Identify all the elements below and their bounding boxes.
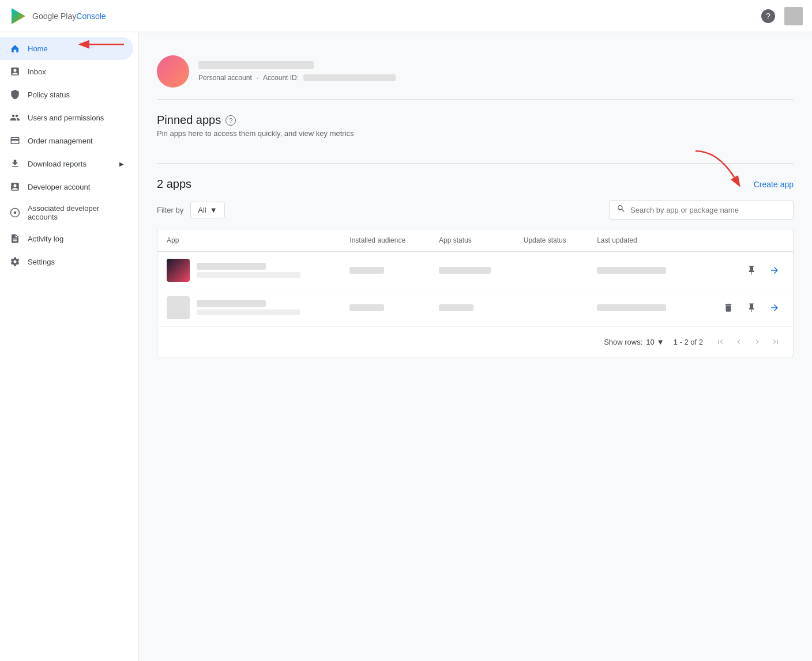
row1-pin-button[interactable]	[742, 261, 761, 279]
row2-app-pkg-blurred	[197, 309, 300, 315]
download-icon	[9, 158, 21, 169]
row2-app-info	[167, 296, 331, 319]
sidebar-item-inbox[interactable]: Inbox	[0, 60, 133, 83]
apps-header: 2 apps Create app	[157, 177, 794, 191]
col-actions	[693, 229, 793, 252]
table-body	[157, 252, 793, 327]
create-app-button[interactable]: Create app	[754, 180, 794, 189]
search-box[interactable]	[609, 200, 794, 220]
logo-area: Google PlayConsole	[9, 7, 106, 25]
sidebar-item-policy-status[interactable]: Policy status	[0, 83, 133, 106]
user-avatar[interactable]	[784, 7, 803, 25]
prev-page-button[interactable]	[731, 334, 747, 350]
last-page-button[interactable]	[768, 334, 784, 350]
search-icon	[616, 204, 626, 216]
filter-value: All	[198, 206, 206, 214]
row1-app-name-blurred	[197, 263, 266, 270]
profile-info: Personal account · Account ID:	[198, 61, 396, 82]
sidebar-item-policy-label: Policy status	[28, 90, 70, 99]
row2-action-icons	[702, 299, 784, 317]
pinned-apps-subtitle: Pin apps here to access them quickly, an…	[157, 129, 794, 138]
filter-left: Filter by All ▼	[157, 202, 225, 218]
row2-last-updated	[588, 289, 693, 327]
filter-row: Filter by All ▼	[157, 200, 794, 220]
main-content: Personal account · Account ID: Pinned ap…	[138, 32, 812, 661]
top-bar: Google PlayConsole ?	[0, 0, 812, 32]
rows-per-page-select[interactable]: 10 ▼	[646, 338, 664, 346]
sidebar-item-users-label: Users and permissions	[28, 114, 104, 122]
table-row	[157, 252, 793, 289]
page-nav	[712, 334, 784, 350]
sidebar-item-activity-label: Activity log	[28, 235, 63, 243]
row2-app-status	[430, 289, 514, 327]
sidebar-item-home[interactable]: Home	[0, 37, 133, 60]
next-page-button[interactable]	[749, 334, 765, 350]
row1-app-details	[197, 263, 300, 278]
sidebar-item-order-management[interactable]: Order management	[0, 129, 133, 152]
policy-icon	[9, 89, 21, 100]
row1-installed-audience	[340, 252, 430, 289]
apps-table: App Installed audience App status Update…	[157, 229, 793, 327]
profile-sub: Personal account · Account ID:	[198, 74, 396, 82]
associated-icon	[9, 207, 21, 218]
sidebar-item-download-reports[interactable]: Download reports ▶	[0, 152, 133, 175]
pinned-apps-info-icon[interactable]: ?	[225, 115, 236, 126]
col-update-status: Update status	[514, 229, 588, 252]
row1-last-updated	[588, 252, 693, 289]
row1-status-blurred	[439, 267, 491, 274]
sidebar-item-developer-account[interactable]: Developer account	[0, 175, 133, 198]
row1-update-status	[514, 252, 588, 289]
table-row	[157, 289, 793, 327]
row2-navigate-button[interactable]	[765, 299, 784, 317]
apps-header-wrapper: 2 apps Create app	[157, 177, 794, 191]
row1-navigate-button[interactable]	[765, 261, 784, 279]
pagination-row: Show rows: 10 ▼ 1 - 2 of 2	[157, 327, 793, 357]
svg-marker-0	[12, 8, 25, 24]
row2-update-status	[514, 289, 588, 327]
sidebar-home-wrapper: Home	[0, 37, 138, 60]
filter-chevron-icon: ▼	[210, 206, 217, 214]
show-rows-label: Show rows:	[604, 338, 642, 346]
row1-app-status	[430, 252, 514, 289]
sidebar-item-order-label: Order management	[28, 137, 93, 145]
account-type: Personal account	[198, 74, 252, 82]
activity-icon	[9, 233, 21, 244]
row2-pin-button[interactable]	[742, 299, 761, 317]
row2-app-details	[197, 300, 300, 315]
logo-label: Google PlayConsole	[32, 12, 106, 21]
row2-delete-button[interactable]	[719, 299, 738, 317]
row1-updated-blurred	[597, 267, 666, 274]
sidebar-item-associated-developer[interactable]: Associated developer accounts	[0, 198, 133, 227]
row2-installed-audience	[340, 289, 430, 327]
row2-app-thumb	[167, 296, 190, 319]
row1-actions	[693, 252, 793, 289]
row1-app-thumb	[167, 259, 190, 282]
help-icon[interactable]: ?	[761, 9, 775, 23]
col-last-updated: Last updated	[588, 229, 693, 252]
profile-name-blurred	[198, 61, 314, 69]
sidebar: Home Inbox Policy status	[0, 32, 138, 661]
sidebar-item-settings[interactable]: Settings	[0, 250, 133, 273]
sidebar-item-users-permissions[interactable]: Users and permissions	[0, 106, 133, 129]
filter-select[interactable]: All ▼	[190, 202, 224, 218]
row2-actions	[693, 289, 793, 327]
sidebar-item-activity-log[interactable]: Activity log	[0, 227, 133, 250]
search-input[interactable]	[630, 206, 786, 214]
rows-per-page-value: 10	[646, 338, 654, 346]
sidebar-item-settings-label: Settings	[28, 258, 55, 266]
developer-account-icon	[9, 181, 21, 192]
filter-label: Filter by	[157, 206, 183, 214]
row1-app-cell	[157, 252, 340, 289]
users-icon	[9, 112, 21, 123]
row2-audience-blurred	[349, 304, 384, 311]
first-page-button[interactable]	[712, 334, 728, 350]
sidebar-item-developer-label: Developer account	[28, 183, 90, 191]
col-app: App	[157, 229, 340, 252]
layout: Home Inbox Policy status	[0, 32, 812, 661]
apps-count: 2 apps	[157, 177, 191, 191]
show-rows: Show rows: 10 ▼	[604, 338, 664, 346]
row2-app-name-blurred	[197, 300, 266, 307]
row2-updated-blurred	[597, 304, 666, 311]
pinned-apps-title: Pinned apps ?	[157, 114, 794, 127]
svg-point-2	[14, 211, 17, 214]
